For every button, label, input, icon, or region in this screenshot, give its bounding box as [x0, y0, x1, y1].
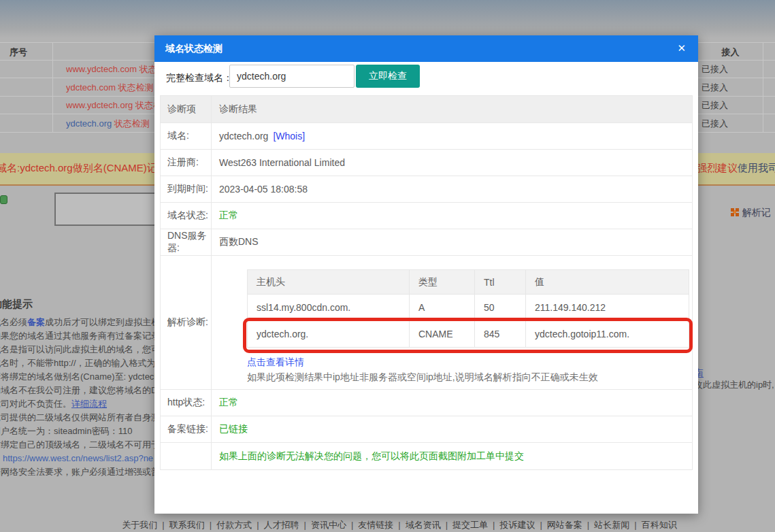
page-top-banner [0, 0, 775, 38]
dns-type: A [410, 295, 475, 321]
footer-link-wiki[interactable]: 百科知识 [642, 520, 677, 530]
tip-line: 我司对此不负责任。详细流程 [0, 397, 159, 411]
http-status-value: 正常 [219, 390, 689, 416]
resolve-diagnosis-content: 主机头 类型 Ttl 值 ssl14.my.800cdn.com. A 50 2… [219, 256, 689, 389]
access-status: 已接入 [702, 82, 728, 94]
view-details-link[interactable]: 点击查看详情 [247, 356, 689, 369]
close-icon[interactable]: ✕ [677, 42, 686, 54]
status-check-label[interactable]: 状态检测 [112, 118, 150, 129]
domain-value: ydctech.org [219, 131, 268, 142]
footer-link-icp[interactable]: 网站备案 [547, 520, 582, 530]
dialog-header: 域名状态检测 ✕ [154, 35, 698, 62]
dns-col-value: 值 [526, 270, 689, 295]
row-http-status-label: http状态: [161, 390, 212, 416]
footer-link-webmaster-news[interactable]: 站长新闻 [594, 520, 629, 530]
access-status: 已接入 [702, 99, 728, 112]
dialog-title: 域名状态检测 [165, 43, 222, 55]
whois-link[interactable]: [Whois] [273, 131, 305, 142]
tip-line: 时绑定自己的顶级域名，二级域名不可用于商 [0, 438, 159, 452]
row-resolve-diagnosis: 解析诊断: 主机头 类型 Ttl 值 ssl14.my.800cdn.com. … [161, 256, 692, 390]
check-form: 完整检查域名： 立即检查 [154, 62, 698, 95]
tip-line: 如果您的域名通过其他服务商有过备案记录， [0, 329, 159, 343]
dns-value: ydctech.gotoip11.com. [526, 321, 689, 348]
footer-link-contact[interactable]: 联系我们 [169, 520, 205, 530]
ip-note-fragment: 改此虚拟主机的ip时, [694, 379, 774, 391]
header-item: 诊断项 [161, 96, 212, 122]
row-final-note-label [161, 443, 212, 469]
resolve-shortcut[interactable]: 解析记 [731, 206, 771, 219]
row-domain-status: 域名状态: 正常 [161, 203, 692, 229]
domain-status-link[interactable]: www.ydctech.com [66, 64, 137, 74]
row-final-note: 如果上面的诊断无法解决您的问题，您可以将此页面截图附加工单中提交 [161, 443, 692, 469]
column-header-serial: 序号 [10, 46, 27, 59]
diagnostics-table-header: 诊断项 诊断结果 [161, 96, 692, 123]
tip-line: 用户名统一为：siteadmin密码：110 [0, 425, 159, 438]
dns-records-table: 主机头 类型 Ttl 值 ssl14.my.800cdn.com. A 50 2… [247, 269, 689, 348]
tip-line: 据网络安全法要求，账户必须通过增强或普 [0, 465, 159, 479]
row-expire: 到期时间: 2023-04-05 18:08:58 [161, 176, 692, 203]
column-header-access: 接入 [698, 46, 763, 59]
registrar-value: West263 International Limited [219, 150, 689, 176]
footer-link-complaint[interactable]: 投诉建议 [499, 520, 535, 530]
status-check-label[interactable]: 状态检测 [133, 100, 154, 110]
grid-icon [731, 208, 734, 212]
tip-line: 域名时，不能带http://，正确的输入格式为: [0, 356, 159, 370]
cname-warning-text: 域名:ydctech.org做别名(CNAME)记录至y [0, 162, 155, 175]
row-dns-server: DNS服务器: 西数DNS [161, 229, 692, 256]
footer-nav: 关于我们|联系我们|付款方式|人才招聘|资讯中心|友情链接|域名资讯|提交工单|… [0, 519, 775, 531]
footer-link-news-center[interactable]: 资讯中心 [311, 520, 346, 530]
tip-line: 请将绑定的域名做别名(Cname)至: ydctech. [0, 370, 159, 384]
domain-status-link[interactable]: ydctech.com [66, 82, 116, 93]
row-registrar: 注册商: West263 International Limited [161, 150, 692, 176]
row-domain: 域名: ydctech.org[Whois] [161, 123, 692, 150]
tips-heading: 功能提示 [0, 298, 159, 311]
footer-link-domain-news[interactable]: 域名资讯 [406, 520, 441, 530]
status-check-label[interactable]: 状态检测 [116, 82, 154, 93]
dns-col-type: 类型 [410, 270, 475, 295]
footer-link-about[interactable]: 关于我们 [122, 520, 157, 530]
domain-status-link[interactable]: ydctech.org [66, 118, 112, 129]
row-expire-label: 到期时间: [161, 176, 212, 202]
footer-link-friend-links[interactable]: 友情链接 [358, 520, 393, 530]
row-registrar-label: 注册商: [161, 150, 212, 176]
domain-status-value: 正常 [219, 203, 689, 229]
row-resolve-label: 解析诊断: [161, 256, 212, 389]
dns-type: CNAME [410, 321, 475, 348]
tip-line: 域名必须备案成功后才可以绑定到虚拟主机! [0, 316, 159, 329]
domain-input-label: 完整检查域名： [166, 72, 233, 84]
final-note-value: 如果上面的诊断无法解决您的问题，您可以将此页面截图附加工单中提交 [219, 443, 689, 469]
dns-ttl: 845 [475, 321, 526, 348]
access-status: 已接入 [702, 118, 728, 130]
news-url-link[interactable]: https://www.west.cn/news/list2.asp?ne [0, 452, 159, 465]
dns-col-ttl: Ttl [475, 270, 526, 295]
add-icon [0, 195, 7, 204]
bg-input-box[interactable] [54, 193, 156, 226]
domain-status-dialog: 域名状态检测 ✕ 完整检查域名： 立即检查 诊断项 诊断结果 域名: ydcte… [154, 35, 698, 514]
icp-link-value: 已链接 [219, 416, 689, 442]
resolve-note: 如果此项检测结果中ip地址非服务器或空间ip地址,说明域名解析指向不正确或未生效 [247, 371, 689, 384]
domain-status-link[interactable]: www.ydctech.org [66, 100, 133, 110]
detail-flow-link[interactable]: 详细流程 [71, 399, 107, 409]
status-check-label[interactable]: 状态检测 [137, 64, 154, 74]
footer-link-jobs[interactable]: 人才招聘 [264, 520, 299, 530]
dns-record-row: ssl14.my.800cdn.com. A 50 211.149.140.21… [248, 295, 689, 321]
row-dns-server-label: DNS服务器: [161, 229, 212, 255]
footer-link-ticket[interactable]: 提交工单 [452, 520, 488, 530]
tip-line: 域名是指可以访问此虚拟主机的域名，您可以 [0, 343, 159, 356]
tips-panel: 功能提示 域名必须备案成功后才可以绑定到虚拟主机! 如果您的域名通过其他服务商有… [0, 298, 159, 479]
diagnostics-table: 诊断项 诊断结果 域名: ydctech.org[Whois] 注册商: Wes… [160, 95, 693, 470]
beian-link[interactable]: 备案 [27, 317, 45, 327]
dns-col-host: 主机头 [248, 270, 410, 295]
domain-input[interactable] [229, 65, 354, 88]
dns-recommendation-text: 强烈建议使用我司DN [697, 162, 775, 175]
dns-ttl: 50 [475, 295, 526, 321]
check-now-button[interactable]: 立即检查 [356, 65, 420, 88]
row-icp-link-label: 备案链接: [161, 416, 212, 442]
footer-link-payment[interactable]: 付款方式 [216, 520, 252, 530]
dns-value: 211.149.140.212 [526, 295, 689, 321]
expire-value: 2023-04-05 18:08:58 [219, 176, 689, 202]
row-http-status: http状态: 正常 [161, 390, 692, 416]
header-result: 诊断结果 [219, 96, 689, 122]
dns-record-row-highlighted: ydctech.org. CNAME 845 ydctech.gotoip11.… [248, 321, 689, 348]
dns-host: ydctech.org. [248, 321, 410, 348]
